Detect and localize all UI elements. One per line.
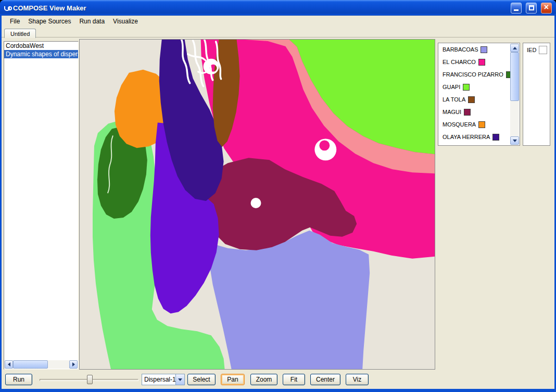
- legend-swatch: [468, 96, 475, 103]
- combo-arrow-button[interactable]: [175, 374, 184, 385]
- legend-row[interactable]: BARBACOAS: [438, 43, 520, 56]
- legend-row[interactable]: MAGUI: [438, 106, 520, 118]
- app-window: COMPOSE View Maker × File Shape Sources …: [0, 0, 556, 392]
- legend-swatch: [463, 84, 470, 91]
- legend-row[interactable]: LA TOLA: [438, 93, 520, 106]
- viz-button[interactable]: Viz: [346, 374, 369, 385]
- legend-row[interactable]: OLAYA HERRERA: [438, 131, 520, 143]
- title-bar[interactable]: COMPOSE View Maker ×: [0, 0, 556, 16]
- list-item[interactable]: CordobaWest: [4, 42, 78, 50]
- select-button[interactable]: Select: [187, 374, 216, 385]
- combo-arrow-icon: [178, 378, 182, 381]
- legend-panel[interactable]: BARBACOAS EL CHARCO FRANCISCO PIZARRO GU…: [438, 43, 520, 146]
- dispersal-select[interactable]: Dispersal-1: [142, 374, 185, 385]
- combo-value: Dispersal-1: [142, 376, 175, 383]
- scroll-left-button[interactable]: [5, 360, 13, 369]
- time-slider[interactable]: [37, 374, 141, 385]
- menu-item-run-data[interactable]: Run data: [75, 17, 109, 26]
- ied-swatch: [539, 46, 547, 54]
- tab-bar: Untitled: [2, 27, 554, 37]
- legend-label: BARBACOAS: [443, 46, 478, 53]
- legend-row[interactable]: EL CHARCO: [438, 56, 520, 68]
- minimize-button[interactable]: [511, 3, 522, 14]
- scroll-right-button[interactable]: [69, 360, 78, 369]
- scroll-up-button[interactable]: [510, 44, 519, 52]
- ied-panel: IED: [523, 43, 550, 146]
- v-scroll-track[interactable]: [510, 52, 519, 136]
- legend-swatch: [478, 121, 485, 128]
- legend-swatch: [478, 59, 485, 66]
- app-icon: [4, 6, 10, 11]
- legend-swatch: [464, 109, 471, 116]
- point-marker: [251, 198, 261, 208]
- legend-swatch: [492, 134, 499, 141]
- minimize-icon: [514, 9, 519, 11]
- pan-button[interactable]: Pan: [221, 374, 245, 385]
- window-title: COMPOSE View Maker: [13, 4, 507, 12]
- legend-label: EL CHARCO: [443, 59, 476, 65]
- maximize-button[interactable]: [526, 3, 537, 14]
- toolbar: Run Dispersal-1 Select Pan Zoom Fit Cent…: [2, 371, 554, 389]
- legend-label: LA TOLA: [443, 96, 465, 103]
- close-button[interactable]: ×: [541, 3, 552, 14]
- slider-thumb[interactable]: [87, 375, 93, 384]
- right-arrow-icon: [72, 362, 75, 366]
- maximize-icon: [529, 5, 534, 10]
- menu-item-shape-sources[interactable]: Shape Sources: [24, 17, 75, 26]
- run-button[interactable]: Run: [5, 374, 32, 385]
- map-canvas[interactable]: [80, 40, 435, 369]
- up-arrow-icon: [513, 47, 517, 49]
- h-scroll-track[interactable]: [13, 360, 69, 369]
- list-item-selected[interactable]: Dynamic shapes of dispersal: [4, 50, 78, 58]
- ied-label: IED: [527, 47, 536, 53]
- legend-label: GUAPI: [443, 84, 460, 90]
- fit-button[interactable]: Fit: [283, 374, 305, 385]
- close-icon: ×: [544, 3, 549, 11]
- legend-label: MOSQUERA: [443, 121, 476, 128]
- zoom-button[interactable]: Zoom: [250, 374, 277, 385]
- legend-label: FRANCISCO PIZARRO: [443, 71, 503, 78]
- menu-item-visualize[interactable]: Visualize: [109, 17, 142, 26]
- v-scroll-thumb[interactable]: [510, 52, 519, 101]
- menu-bar: File Shape Sources Run data Visualize: [2, 16, 554, 27]
- map-panel[interactable]: [79, 39, 435, 370]
- map-region-barbacoas: [210, 231, 370, 369]
- menu-item-file[interactable]: File: [6, 17, 24, 26]
- legend-row[interactable]: GUAPI: [438, 81, 520, 93]
- down-arrow-icon: [513, 140, 517, 142]
- source-list-panel[interactable]: CordobaWest Dynamic shapes of dispersal: [4, 41, 79, 370]
- h-scroll-thumb[interactable]: [13, 360, 48, 369]
- left-arrow-icon: [8, 362, 10, 366]
- legend-row[interactable]: MOSQUERA: [438, 118, 520, 131]
- tab-untitled[interactable]: Untitled: [4, 29, 36, 38]
- v-scrollbar[interactable]: [510, 44, 519, 145]
- center-button[interactable]: Center: [310, 374, 340, 385]
- legend-swatch: [481, 46, 487, 53]
- legend-label: OLAYA HERRERA: [443, 134, 490, 140]
- legend-row[interactable]: FRANCISCO PIZARRO: [438, 68, 520, 81]
- scroll-down-button[interactable]: [510, 136, 519, 145]
- legend-label: MAGUI: [443, 109, 461, 115]
- h-scrollbar[interactable]: [5, 360, 78, 369]
